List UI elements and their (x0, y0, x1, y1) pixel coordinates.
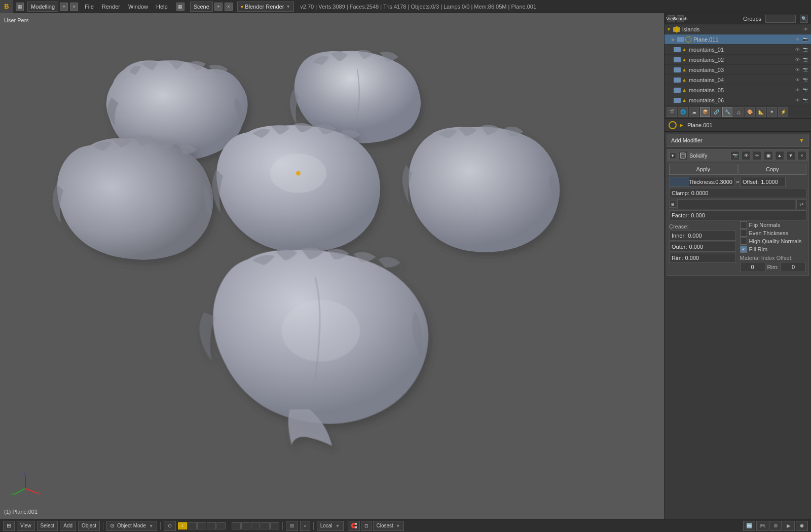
menu-render[interactable]: Render (98, 0, 124, 13)
layer-3[interactable] (197, 522, 206, 529)
outliner-search-btn[interactable]: Search (677, 15, 684, 22)
modifier-toggle[interactable]: ▼ (669, 152, 676, 159)
render-icon-plane011[interactable]: 📷 (802, 36, 809, 43)
fill-rim-checkbox[interactable] (740, 246, 747, 253)
modifier-close-icon[interactable]: × (797, 151, 806, 160)
render-icon-mountains06[interactable]: 📷 (802, 97, 809, 104)
clamp-field[interactable]: Clamp: 0.0000 (669, 188, 806, 198)
modifier-camera-icon[interactable]: 👁 (742, 151, 751, 160)
render-engine-selector[interactable]: ● Blender Render ▼ (237, 2, 294, 12)
proportional-btn[interactable]: ○ (300, 521, 310, 531)
prop-btn-modifier[interactable]: 🔧 (722, 107, 732, 117)
layer-10[interactable] (270, 522, 279, 529)
snap-type-selector[interactable]: ⊡ (361, 521, 372, 531)
view-menu-bottom[interactable]: View (17, 521, 35, 531)
layer-6[interactable] (232, 522, 241, 529)
eye-icon-mountains04[interactable]: 👁 (794, 77, 801, 84)
modifier-render-icon[interactable]: 📷 (730, 151, 740, 160)
bottom-icon-1[interactable]: 🔤 (743, 521, 755, 531)
outer-crease-field[interactable]: Outer: 0.000 (669, 242, 736, 252)
render-icon-mountains02[interactable]: 📷 (802, 56, 809, 63)
prop-btn-material[interactable]: 🎨 (745, 107, 755, 117)
inner-crease-field[interactable]: Inner: 0.000 (669, 231, 736, 241)
viewport[interactable]: User Persp (0, 13, 664, 519)
menu-window[interactable]: Window (124, 0, 152, 13)
add-scene-btn[interactable]: + (214, 3, 223, 11)
outliner-item-mountains05[interactable]: ▲ mountains_05 👁 📷 (665, 85, 811, 95)
copy-button[interactable]: Copy (739, 164, 807, 175)
add-menu-bottom[interactable]: Add (60, 521, 76, 531)
snap-magnet-icon[interactable]: 🧲 (348, 521, 360, 531)
eye-icon-plane011[interactable]: 👁 (794, 36, 801, 43)
snap-target-selector[interactable]: Closest ▼ (373, 521, 404, 531)
eye-icon-mountains03[interactable]: 👁 (794, 66, 801, 73)
flip-normals-checkbox[interactable] (740, 221, 747, 229)
prop-btn-physics[interactable]: ⚡ (778, 107, 788, 117)
outliner-item-mountains04[interactable]: ▲ mountains_04 👁 📷 (665, 75, 811, 85)
prop-btn-data[interactable]: △ (733, 107, 744, 117)
close-workspace-btn[interactable]: × (70, 3, 78, 11)
close-scene-btn[interactable]: × (225, 3, 233, 11)
bottom-icon-2[interactable]: 🎮 (756, 521, 768, 531)
prop-btn-constraints[interactable]: 🔗 (711, 107, 721, 117)
eye-icon-mountains06[interactable]: 👁 (794, 97, 801, 104)
vertex-group-input[interactable] (677, 199, 795, 209)
prop-btn-object[interactable]: 📦 (700, 107, 710, 117)
layer-2[interactable] (188, 522, 197, 529)
outliner-item-mountains06[interactable]: ▲ mountains_06 👁 📷 (665, 95, 811, 105)
space-selector[interactable]: Local ▼ (317, 521, 344, 531)
render-icon-mountains05[interactable]: 📷 (802, 87, 809, 94)
outliner-search-icon[interactable]: 🔍 (800, 15, 808, 23)
eye-icon-islands[interactable]: 👁 (802, 26, 809, 33)
thickness-field[interactable]: Thickness: 0.3000 (669, 177, 735, 187)
modifier-edit-icon[interactable]: ✏ (753, 151, 762, 160)
prop-btn-particles[interactable]: ✦ (767, 107, 777, 117)
viewport-icon-bottom[interactable]: ⊞ (3, 521, 15, 531)
outliner-item-mountains01[interactable]: ▲ mountains_01 👁 📷 (665, 45, 811, 55)
layer-9[interactable] (261, 522, 270, 529)
modifier-down-icon[interactable]: ▼ (786, 151, 795, 160)
modifier-cage-icon[interactable]: ▣ (764, 151, 773, 160)
render-icon-mountains03[interactable]: 📷 (802, 66, 809, 73)
prop-btn-world[interactable]: ☁ (689, 107, 699, 117)
rim-index-field[interactable]: 0 (781, 262, 806, 272)
even-thickness-checkbox[interactable] (740, 230, 747, 237)
prop-btn-texture[interactable]: 📐 (756, 107, 766, 117)
outliner-item-islands[interactable]: ▼ islands 👁 (665, 24, 811, 34)
scene-selector[interactable]: Scene (190, 2, 213, 12)
mode-selector[interactable]: ⊙ Object Mode ▼ (106, 521, 157, 531)
prop-btn-scene[interactable]: 🌐 (678, 107, 688, 117)
snap-btn[interactable]: ⊞ (286, 521, 298, 531)
add-workspace-btn[interactable]: + (60, 3, 68, 11)
high-quality-checkbox[interactable] (740, 238, 747, 245)
pivot-btn[interactable]: ⊙ (164, 521, 176, 531)
workspace-grid-icon[interactable]: ▦ (16, 3, 24, 11)
prop-btn-render[interactable]: 🎬 (667, 107, 677, 117)
workspace-selector[interactable]: Modelling (27, 2, 58, 12)
object-menu-bottom[interactable]: Object (78, 521, 100, 531)
layer-8[interactable] (251, 522, 260, 529)
outliner-item-mountains03[interactable]: ▲ mountains_03 👁 📷 (665, 65, 811, 75)
eye-icon-mountains05[interactable]: 👁 (794, 87, 801, 94)
bottom-icon-4[interactable]: ▶ (783, 521, 795, 531)
outliner-item-plane011[interactable]: ▶ Plane.011 👁 📷 (665, 34, 811, 45)
bottom-icon-3[interactable]: ⚙ (769, 521, 782, 531)
modifier-icon-btn[interactable] (678, 151, 687, 160)
layer-7[interactable] (241, 522, 250, 529)
vertex-swap-icon[interactable]: ⇄ (796, 199, 806, 209)
layer-5[interactable] (216, 522, 226, 529)
factor-field[interactable]: Factor: 0.000 (669, 210, 806, 220)
offset-field[interactable]: Offset: 1.0000 (740, 177, 786, 187)
select-menu-bottom[interactable]: Select (37, 521, 58, 531)
scene-grid-icon[interactable]: ▦ (176, 3, 185, 11)
menu-help[interactable]: Help (152, 0, 172, 13)
eye-icon-mountains02[interactable]: 👁 (794, 56, 801, 63)
mat-index-field[interactable]: 0 (740, 262, 765, 272)
render-icon-mountains01[interactable]: 📷 (802, 46, 809, 53)
apply-button[interactable]: Apply (669, 164, 738, 175)
add-modifier-bar[interactable]: Add Modifier ▼ (667, 134, 809, 147)
render-icon-mountains04[interactable]: 📷 (802, 77, 809, 84)
rim-crease-field[interactable]: Rim: 0.000 (669, 253, 736, 263)
modifier-up-icon[interactable]: ▲ (775, 151, 784, 160)
layer-1[interactable]: 1 (178, 522, 187, 529)
